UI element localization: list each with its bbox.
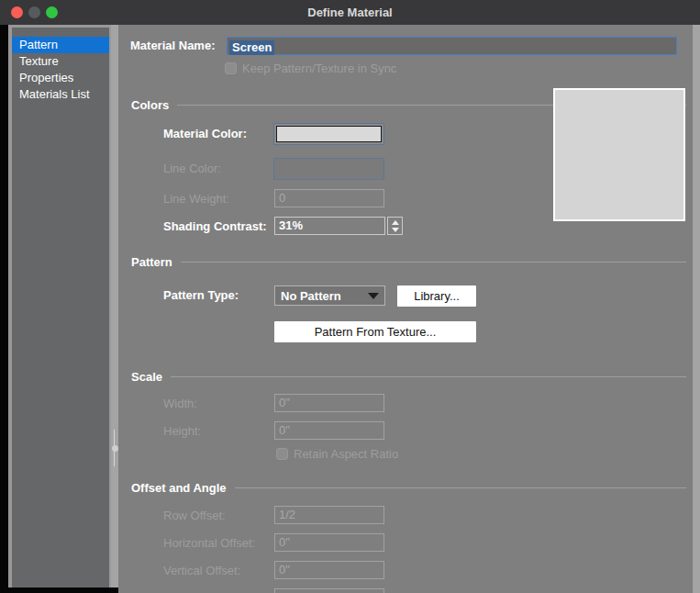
- angle-input-partial: [274, 588, 384, 593]
- scale-width-label: Width:: [163, 395, 197, 413]
- material-name-label: Material Name:: [130, 37, 215, 55]
- keep-sync-label: Keep Pattern/Texture in Sync: [242, 60, 396, 78]
- pattern-type-value: No Pattern: [281, 289, 341, 303]
- pattern-type-label: Pattern Type:: [163, 286, 239, 305]
- material-color-swatch: [276, 126, 382, 142]
- scale-section-header: Scale: [131, 369, 686, 384]
- horizontal-offset-input: 0": [274, 533, 384, 552]
- line-weight-label: Line Weight:: [163, 190, 229, 208]
- line-color-label: Line Color:: [163, 160, 221, 178]
- sidebar: Pattern Texture Properties Materials Lis…: [8, 25, 111, 587]
- pattern-from-texture-button[interactable]: Pattern From Texture...: [274, 321, 476, 342]
- shading-contrast-input[interactable]: 31%: [274, 217, 385, 235]
- sidebar-item-texture[interactable]: Texture: [12, 53, 109, 70]
- horizontal-offset-label: Horizontal Offset:: [163, 534, 255, 553]
- sidebar-item-materials-list[interactable]: Materials List: [12, 86, 109, 103]
- scale-header-text: Scale: [131, 370, 162, 384]
- row-offset-label: Row Offset:: [163, 507, 226, 525]
- pane-splitter[interactable]: [111, 25, 118, 587]
- colors-header-text: Colors: [131, 98, 169, 112]
- material-color-label: Material Color:: [163, 125, 247, 143]
- chevron-down-icon: [368, 293, 379, 299]
- material-preview: [553, 88, 685, 221]
- shading-contrast-stepper[interactable]: [387, 217, 403, 235]
- bottom-edge: [0, 587, 118, 593]
- scale-width-input: 0": [274, 394, 384, 412]
- title-bar: Define Material: [0, 0, 700, 25]
- shading-contrast-label: Shading Contrast:: [163, 218, 267, 236]
- sidebar-item-pattern[interactable]: Pattern: [12, 37, 109, 53]
- zoom-button[interactable]: [46, 6, 58, 18]
- pattern-section-header: Pattern: [131, 254, 686, 269]
- material-name-selected-text: Screen: [229, 40, 274, 55]
- retain-aspect-checkbox: [276, 448, 288, 460]
- pattern-header-text: Pattern: [131, 255, 172, 269]
- window-title: Define Material: [307, 6, 392, 19]
- define-material-dialog: Define Material Pattern Texture Properti…: [0, 0, 700, 593]
- sidebar-list: Pattern Texture Properties Materials Lis…: [12, 28, 109, 587]
- keep-sync-checkbox: [225, 62, 237, 74]
- stepper-down-icon[interactable]: [392, 228, 399, 232]
- sidebar-item-properties[interactable]: Properties: [12, 70, 109, 86]
- row-offset-input: 1/2: [274, 506, 384, 524]
- retain-aspect-label: Retain Aspect Ratio: [294, 445, 398, 464]
- pattern-header-rule: [181, 262, 686, 263]
- scale-header-rule: [171, 376, 686, 377]
- vertical-offset-label: Vertical Offset:: [163, 562, 240, 580]
- scale-height-input: 0": [274, 421, 384, 440]
- line-weight-input: 0: [274, 189, 384, 207]
- vertical-offset-input: 0": [274, 561, 384, 579]
- right-edge: [693, 25, 700, 593]
- material-name-input[interactable]: Screen: [227, 37, 677, 55]
- stepper-up-icon[interactable]: [392, 220, 399, 225]
- offset-section-header: Offset and Angle: [131, 480, 686, 495]
- line-color-swatch-button: [273, 158, 384, 180]
- material-color-swatch-button[interactable]: [273, 123, 384, 145]
- splitter-handle-icon[interactable]: [112, 445, 118, 452]
- pattern-type-dropdown[interactable]: No Pattern: [274, 285, 385, 306]
- minimize-button[interactable]: [28, 6, 40, 18]
- scale-height-label: Height:: [163, 422, 201, 441]
- close-button[interactable]: [11, 6, 23, 18]
- offset-header-rule: [235, 487, 686, 488]
- library-button[interactable]: Library...: [397, 285, 476, 307]
- left-edge: [0, 25, 8, 593]
- offset-header-text: Offset and Angle: [131, 481, 227, 495]
